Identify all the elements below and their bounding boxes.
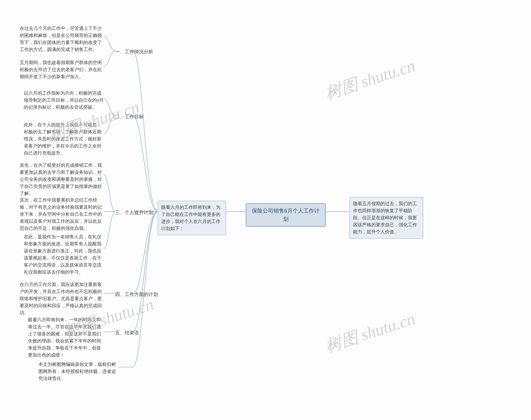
leaf-1-1: 在过去几个月的工作中，尽管遇上了不少的困难和麻烦，但是在公司领导的正确领导下，我…: [20, 25, 104, 53]
intro-right-text: 随着五月假期的过去，我们的工作也同样渐渐的恢复了平稳阶段。但正是在这样的时候，我…: [353, 201, 417, 234]
leaf-3-3: 在此，是我作为一名销售人员，在礼仪和形象方面的改进。近期常有人提醒我该在形象方面…: [24, 233, 104, 276]
leaf-2-1: 以六月的工作指标为方向，积极的完成领导制定的工作目标，并以自己在的x月的记录为标…: [24, 90, 104, 111]
leaf-6-1: 本文为树图网编辑原创文章，版权归树图网所有，未经授权杜绝转载，违者追究法律责任。: [38, 361, 118, 382]
intro-right-node: 随着五月假期的过去，我们的工作也同样渐渐的恢复了平稳阶段。但正是在这样的时候，我…: [349, 197, 423, 239]
branch-2-label: 二、工作目标: [115, 113, 144, 120]
intro-left-text: 眼看六月的工作即将到来，为了自己能在工作中能有更多的进步，我对个人在六月的工作计…: [161, 205, 220, 231]
branch-5-label: 五、结束语: [115, 329, 139, 337]
branch-3-label: 三、个人提升计划: [115, 209, 153, 216]
watermark: 树图 shutu.cn: [322, 308, 418, 358]
leaf-3-2: 其次，在工作中我要累积并总结工作经验，对于有意义的业务经验我要及时的记录下来，并…: [20, 197, 104, 232]
leaf-4-1: 在六月的工作方面，我应该更加注重新客户的开发，并且在工作内外也不忘积极的联络和维…: [20, 281, 104, 316]
leaf-5-1: 眼看六月即将到来，一年的时间又即将过去一半。尽管在这半年里我们遇上了很多的困难，…: [28, 316, 104, 359]
root-node: 保险公司销售6月个人工作计划: [246, 203, 326, 227]
leaf-1-2: 五月期间，我也趁着假期客户群体的空闲积极的去拜访了过去的老客户们，并在此期间开发…: [20, 59, 104, 80]
branch-1-label: 一、工作情况分析: [115, 48, 153, 56]
intro-left-node: 眼看六月的工作即将到来，为了自己能在工作中能有更多的进步，我对个人在六月的工作计…: [158, 201, 226, 235]
leaf-2-2: 此外，在个人的提升上我也不可疏忽，积极的去了解市场，了解客户群体近期情况，并及时…: [24, 121, 104, 157]
root-title: 保险公司销售6月个人工作计划: [252, 208, 319, 222]
branch-4-label: 四、工作方面的计划: [115, 291, 158, 298]
leaf-3-1: 首先，在为了能更好的完成推销工作，我要更加认真的去学习和了解业务知识，对公司业务…: [20, 162, 104, 197]
watermark: 树图 shutu.cn: [322, 55, 418, 105]
